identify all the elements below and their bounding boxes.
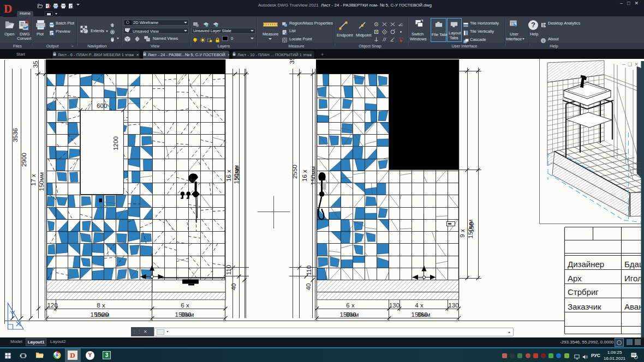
svg-text:900: 900 <box>181 311 191 318</box>
svg-text:110: 110 <box>225 265 232 275</box>
svg-text:Стрбриг: Стрбриг <box>568 287 599 297</box>
svg-text:150мм: 150мм <box>38 172 45 191</box>
svg-text:1200: 1200 <box>112 136 119 150</box>
svg-text:Аван: Аван <box>624 302 643 311</box>
svg-text:2550: 2550 <box>234 166 241 180</box>
svg-text:40: 40 <box>230 283 237 291</box>
svg-text:3536: 3536 <box>12 128 19 142</box>
svg-text:17 x: 17 x <box>30 174 37 186</box>
svg-text:35: 35 <box>289 59 295 64</box>
svg-text:4 x: 4 x <box>415 302 424 309</box>
svg-text:6 x: 6 x <box>181 302 189 309</box>
svg-text:1520: 1520 <box>94 311 109 318</box>
svg-text:600: 600 <box>97 102 107 109</box>
svg-text:110: 110 <box>306 266 312 275</box>
svg-text:16 x: 16 x <box>225 170 232 182</box>
svg-text:❏: ❏ <box>628 62 632 67</box>
svg-text:120: 120 <box>47 302 57 309</box>
svg-text:–: – <box>622 61 625 67</box>
svg-text:Заказчик: Заказчик <box>568 302 601 311</box>
svg-text:16 x: 16 x <box>301 170 308 182</box>
svg-text:150мм: 150мм <box>310 166 317 185</box>
svg-text:130: 130 <box>389 302 399 309</box>
svg-text:Игол: Игол <box>624 274 642 283</box>
svg-text:8 x: 8 x <box>97 302 105 309</box>
svg-text:2550: 2550 <box>291 165 298 179</box>
svg-text:9 x: 9 x <box>459 229 466 238</box>
svg-text:900: 900 <box>345 311 356 318</box>
svg-text:150: 150 <box>468 222 475 232</box>
svg-text:i: i <box>543 39 544 43</box>
svg-text:Дизайнер: Дизайнер <box>568 260 604 269</box>
svg-text:✕: ✕ <box>634 62 639 67</box>
svg-text:35: 35 <box>32 61 39 68</box>
svg-text:Арх: Арх <box>568 274 582 283</box>
svg-text:860: 860 <box>417 311 427 318</box>
svg-text:40: 40 <box>305 283 312 291</box>
svg-text:2900: 2900 <box>21 153 27 167</box>
svg-text:130: 130 <box>448 302 458 309</box>
svg-text:6 x: 6 x <box>346 302 355 309</box>
